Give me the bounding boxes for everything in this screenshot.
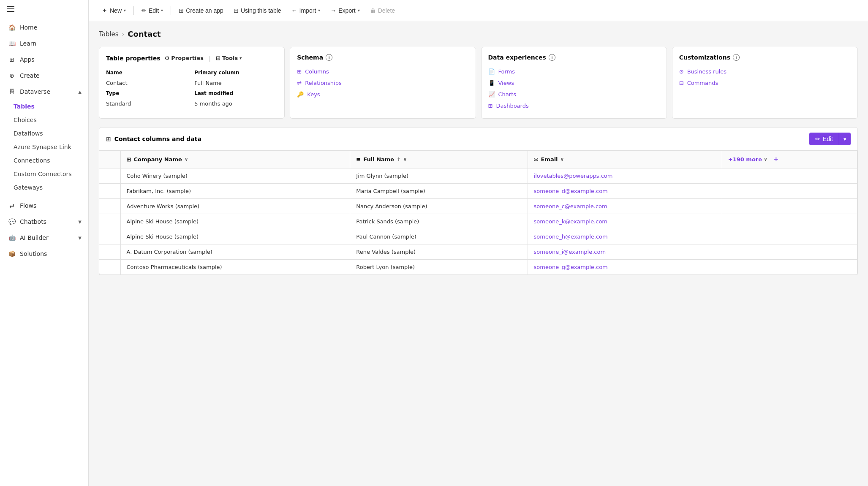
business-rules-icon: ⊙ — [679, 68, 684, 75]
th-more-cols[interactable]: +190 more ∨ ＋ — [722, 151, 857, 168]
relationships-link[interactable]: ⇄ Relationships — [297, 77, 468, 89]
data-exp-info-icon: i — [549, 54, 555, 61]
row-company: Adventure Works (sample) — [120, 199, 350, 214]
sidebar-item-chatbots[interactable]: 💬 Chatbots ▼ — [0, 214, 88, 230]
sidebar-item-dataflows[interactable]: Dataflows — [0, 127, 88, 140]
row-fullname: Robert Lyon (sample) — [350, 260, 528, 275]
breadcrumb-current: Contact — [128, 30, 161, 38]
sidebar-item-apps[interactable]: ⊞ Apps — [0, 52, 88, 68]
sidebar-item-tables[interactable]: Tables — [0, 100, 88, 113]
forms-link[interactable]: 📄 Forms — [488, 66, 660, 77]
breadcrumb-tables-link[interactable]: Tables — [99, 30, 119, 38]
commands-icon: ⊟ — [679, 80, 684, 86]
tools-button[interactable]: ⊞ Tools ▾ — [214, 54, 243, 62]
table-header-row: ⊞ Company Name ∨ ≡ Full Name ↑ ∨ — [99, 151, 857, 168]
data-edit-chevron[interactable]: ▾ — [839, 133, 851, 145]
dashboards-icon: ⊞ — [488, 103, 493, 109]
row-email: someone_g@example.com — [528, 260, 722, 275]
sidebar-item-gateways[interactable]: Gateways — [0, 181, 88, 194]
customizations-info-icon: i — [733, 54, 740, 61]
properties-button[interactable]: ⚙ Properties — [163, 54, 205, 62]
row-checkbox-cell — [99, 229, 120, 244]
more-cols-label[interactable]: +190 more — [728, 156, 762, 163]
row-email: someone_i@example.com — [528, 244, 722, 260]
th-fullname[interactable]: ≡ Full Name ↑ ∨ — [350, 151, 528, 168]
row-fullname: Maria Campbell (sample) — [350, 184, 528, 199]
commands-link[interactable]: ⊟ Commands — [679, 77, 851, 89]
edit-chevron-icon: ▾ — [161, 8, 163, 13]
toolbar-sep-2 — [171, 6, 171, 15]
sidebar-item-ai-builder[interactable]: 🤖 AI Builder ▼ — [0, 230, 88, 246]
name-label: Name — [106, 70, 189, 76]
email-sort-icon: ∨ — [561, 157, 564, 162]
database-icon: 🗄 — [8, 88, 16, 95]
sidebar-item-dataverse[interactable]: 🗄 Dataverse ▲ — [0, 84, 88, 100]
sidebar-item-learn[interactable]: 📖 Learn — [0, 35, 88, 52]
add-column-button[interactable]: ＋ — [773, 155, 779, 164]
dashboards-link[interactable]: ⊞ Dashboards — [488, 100, 660, 111]
row-checkbox-cell — [99, 199, 120, 214]
views-icon: 📱 — [488, 80, 495, 86]
tools-sep: | — [209, 55, 211, 62]
row-checkbox-cell — [99, 260, 120, 275]
chatbot-icon: 💬 — [8, 218, 16, 225]
tools-icon: ⊞ — [216, 55, 220, 61]
import-button[interactable]: ← Import ▾ — [287, 5, 325, 16]
fullname-sort-icon: ∨ — [403, 157, 407, 162]
business-rules-link[interactable]: ⊙ Business rules — [679, 66, 851, 77]
table-row: Alpine Ski House (sample)Paul Cannon (sa… — [99, 229, 857, 244]
keys-link[interactable]: 🔑 Keys — [297, 89, 468, 100]
sidebar-item-home[interactable]: 🏠 Home — [0, 19, 88, 35]
row-fullname: Rene Valdes (sample) — [350, 244, 528, 260]
card-tools: ⚙ Properties | ⊞ Tools ▾ — [163, 54, 244, 62]
row-company: A. Datum Corporation (sample) — [120, 244, 350, 260]
sidebar-item-solutions[interactable]: 📦 Solutions — [0, 246, 88, 262]
sidebar-item-create[interactable]: ⊕ Create — [0, 68, 88, 84]
type-label: Type — [106, 90, 189, 96]
properties-grid: Name Primary column Contact Full Name Ty… — [106, 67, 278, 107]
row-company: Alpine Ski House (sample) — [120, 214, 350, 229]
data-edit-button[interactable]: ✏ Edit — [809, 133, 839, 145]
data-table-section: ⊞ Contact columns and data ✏ Edit ▾ — [99, 127, 858, 275]
create-app-button[interactable]: ⊞ Create an app — [174, 5, 228, 16]
import-icon: ← — [291, 7, 297, 14]
sidebar-main-nav: 🏠 Home 📖 Learn ⊞ Apps ⊕ Create 🗄 Dataver… — [0, 18, 88, 196]
columns-link[interactable]: ⊞ Columns — [297, 66, 468, 77]
flow-icon: ⇄ — [8, 202, 16, 209]
delete-icon: 🗑 — [370, 7, 376, 14]
book-icon: 📖 — [8, 40, 16, 47]
contact-data-table: ⊞ Company Name ∨ ≡ Full Name ↑ ∨ — [99, 151, 857, 275]
edit-button[interactable]: ✏ Edit ▾ — [137, 5, 167, 16]
solutions-icon: 📦 — [8, 250, 16, 258]
sidebar-item-custom-connectors[interactable]: Custom Connectors — [0, 167, 88, 181]
th-email[interactable]: ✉ Email ∨ — [528, 151, 722, 168]
delete-button[interactable]: 🗑 Delete — [366, 5, 399, 16]
table-row: Fabrikam, Inc. (sample)Maria Campbell (s… — [99, 184, 857, 199]
data-table-icon: ⊞ — [106, 136, 111, 142]
sidebar-item-azure-synapse[interactable]: Azure Synapse Link — [0, 140, 88, 154]
export-button[interactable]: → Export ▾ — [326, 5, 364, 16]
views-link[interactable]: 📱 Views — [488, 77, 660, 89]
row-email: someone_d@example.com — [528, 184, 722, 199]
row-checkbox-cell — [99, 214, 120, 229]
row-checkbox-cell — [99, 184, 120, 199]
data-experiences-card: Data experiences i 📄 Forms 📱 Views 📈 Cha… — [481, 47, 667, 119]
new-button[interactable]: ＋ New ▾ — [97, 4, 130, 17]
sidebar-item-connections[interactable]: Connections — [0, 154, 88, 167]
chatbots-chevron-icon: ▼ — [78, 220, 82, 224]
sidebar-item-flows[interactable]: ⇄ Flows — [0, 198, 88, 214]
hamburger-menu[interactable] — [7, 6, 14, 12]
relationships-icon: ⇄ — [297, 80, 302, 86]
sidebar-item-choices[interactable]: Choices — [0, 113, 88, 127]
row-extra — [722, 184, 857, 199]
charts-link[interactable]: 📈 Charts — [488, 89, 660, 100]
using-table-button[interactable]: ⊟ Using this table — [229, 5, 286, 16]
th-company[interactable]: ⊞ Company Name ∨ — [120, 151, 350, 168]
create-app-icon: ⊞ — [179, 7, 184, 14]
home-icon: 🏠 — [8, 24, 16, 31]
toolbar: ＋ New ▾ ✏ Edit ▾ ⊞ Create an app ⊟ Using… — [89, 0, 868, 21]
row-email: someone_h@example.com — [528, 229, 722, 244]
plus-circle-icon: ⊕ — [8, 72, 16, 79]
row-fullname: Jim Glynn (sample) — [350, 168, 528, 184]
main-content: ＋ New ▾ ✏ Edit ▾ ⊞ Create an app ⊟ Using… — [89, 0, 868, 486]
